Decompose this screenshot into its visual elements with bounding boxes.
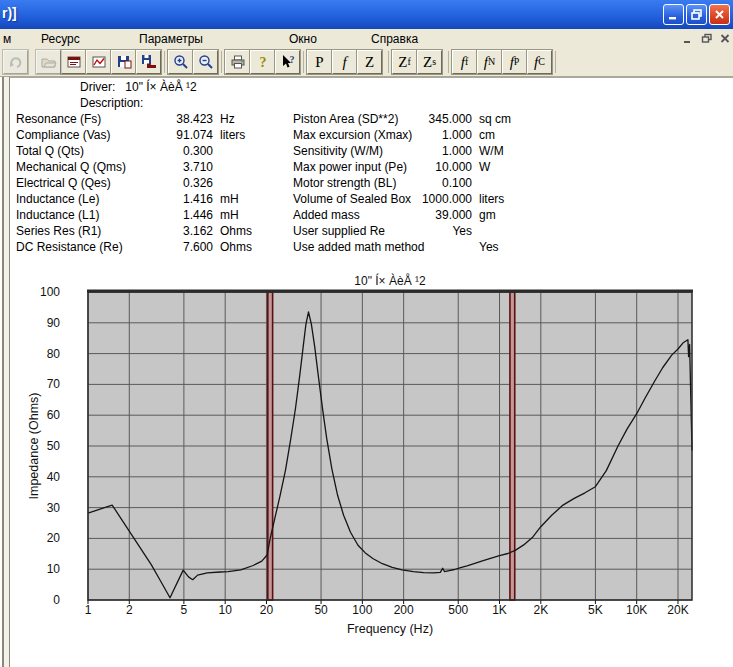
open-button[interactable] <box>36 50 61 74</box>
toolbar-separator <box>555 51 556 73</box>
svg-text:500: 500 <box>448 603 468 617</box>
window-title: r)] <box>2 5 17 21</box>
mdi-restore-button[interactable] <box>699 31 715 45</box>
mdi-close-icon <box>719 33 731 44</box>
zoom-in-button[interactable] <box>168 50 193 74</box>
context-help-button[interactable]: ? <box>275 50 300 74</box>
svg-text:20K: 20K <box>667 603 688 617</box>
menu-item-parameters[interactable]: Параметры <box>136 31 206 47</box>
svg-text:?: ? <box>259 55 266 70</box>
toolbar-button-fC[interactable]: fC <box>527 50 552 74</box>
button-sublabel: f <box>465 58 468 66</box>
toolbar-button-f[interactable]: f <box>332 50 357 74</box>
mdi-close-button[interactable] <box>717 31 733 45</box>
param-label: Series Res (R1) <box>16 224 159 240</box>
param-row: Total Q (Qts)0.300 <box>16 144 276 160</box>
zoom-out-button[interactable] <box>193 50 218 74</box>
menu-item-help[interactable]: Справка <box>368 31 421 47</box>
param-label: Sensitivity (W/M) <box>293 144 420 160</box>
restore-button[interactable] <box>686 4 707 25</box>
svg-text:200: 200 <box>394 603 414 617</box>
button-label: Z <box>398 55 407 69</box>
param-label: Volume of Sealed Box <box>293 192 420 208</box>
export-save-button[interactable] <box>136 50 161 74</box>
driver-name: 10" Í× ÀèÅ ¹2 <box>125 80 196 94</box>
button-sublabel: f <box>407 58 410 66</box>
toolbar-button-fN[interactable]: fN <box>477 50 502 74</box>
driver-line: Driver:10" Í× ÀèÅ ¹2 <box>80 80 197 96</box>
svg-text:2: 2 <box>126 603 133 617</box>
print-button[interactable] <box>225 50 250 74</box>
svg-text:100: 100 <box>352 603 372 617</box>
button-sublabel: P <box>514 58 520 66</box>
svg-text:1: 1 <box>85 603 92 617</box>
param-row: Sensitivity (W/M)1.000W/M <box>293 144 553 160</box>
svg-text:70: 70 <box>47 377 61 391</box>
param-value: 10.000 <box>420 160 472 176</box>
param-value: 3.162 <box>159 224 213 240</box>
param-value: 0.100 <box>420 176 472 192</box>
svg-text:10" Í× ÀèÅ ¹2: 10" Í× ÀèÅ ¹2 <box>354 273 426 288</box>
param-row: User supplied ReYes <box>293 224 553 240</box>
param-row: Inductance (Le)1.416mH <box>16 192 276 208</box>
mdi-minimize-button[interactable] <box>680 31 696 45</box>
toolbar-button-Zs[interactable]: Zs <box>417 50 442 74</box>
toolbar-separator <box>164 51 165 73</box>
toolbar-button-fP[interactable]: fP <box>502 50 527 74</box>
close-button[interactable] <box>709 4 730 25</box>
param-label: Inductance (L1) <box>16 208 159 224</box>
button-sublabel: C <box>538 58 545 66</box>
mdi-minimize-icon <box>682 33 694 44</box>
toolbar-button-Zf[interactable]: Zf <box>392 50 417 74</box>
param-unit: cm <box>479 128 495 144</box>
param-value: 1.000 <box>420 144 472 160</box>
param-unit: mH <box>220 192 239 208</box>
toolbar-button-P[interactable]: P <box>307 50 332 74</box>
param-value: 345.000 <box>420 112 472 128</box>
save-button[interactable] <box>111 50 136 74</box>
menu-item-resource[interactable]: Ресурс <box>38 31 83 47</box>
param-unit: Ohms <box>220 240 252 256</box>
description-label: Description: <box>80 96 143 112</box>
toolbar-separator <box>221 51 222 73</box>
client-area: Driver:10" Í× ÀèÅ ¹2 Description: Resona… <box>0 77 733 667</box>
menu-item-truncated[interactable]: м <box>0 31 14 47</box>
param-row: Added mass39.000gm <box>293 208 553 224</box>
help-button[interactable]: ? <box>250 50 275 74</box>
param-label: Electrical Q (Qes) <box>16 176 159 192</box>
button-label: f <box>342 55 346 69</box>
param-value: 7.600 <box>159 240 213 256</box>
redo-button[interactable] <box>3 50 28 74</box>
param-label: User supplied Re <box>293 224 420 240</box>
param-row: Volume of Sealed Box1000.000liters <box>293 192 553 208</box>
param-row: Mechanical Q (Qms)3.710 <box>16 160 276 176</box>
menubar: м Ресурс Параметры Окно Справка <box>0 29 733 47</box>
param-value: 1.446 <box>159 208 213 224</box>
print-icon <box>230 54 246 70</box>
graph-button[interactable] <box>86 50 111 74</box>
svg-text:80: 80 <box>47 347 61 361</box>
param-row: Max power input (Pe)10.000W <box>293 160 553 176</box>
button-label: Z <box>423 55 432 69</box>
close-icon <box>713 8 726 21</box>
driver-params-button[interactable] <box>61 50 86 74</box>
menu-item-window[interactable]: Окно <box>286 31 320 47</box>
impedance-chart[interactable]: 0102030405060708090100125102050100200500… <box>0 270 733 667</box>
param-value: 3.710 <box>159 160 213 176</box>
toolbar-button-Z[interactable]: Z <box>357 50 382 74</box>
param-value: 91.074 <box>159 128 213 144</box>
param-row: Motor strength (BL)0.100 <box>293 176 553 192</box>
minimize-button[interactable] <box>663 4 684 25</box>
param-unit: Hz <box>220 112 235 128</box>
svg-text:5K: 5K <box>588 603 603 617</box>
button-label: P <box>315 55 323 69</box>
param-value <box>420 240 472 256</box>
param-label: Max excursion (Xmax) <box>293 128 420 144</box>
param-value: 39.000 <box>420 208 472 224</box>
minimize-icon <box>667 8 680 21</box>
graph-icon <box>91 54 107 70</box>
app-window: r)] м Ресурс Параметры Окно Справка <box>0 0 733 667</box>
toolbar-button-ff[interactable]: ff <box>452 50 477 74</box>
param-label: Use added math method <box>293 240 420 256</box>
toolbar: ? ? P f Z Zf Zs ff fN fP fC <box>0 47 733 77</box>
